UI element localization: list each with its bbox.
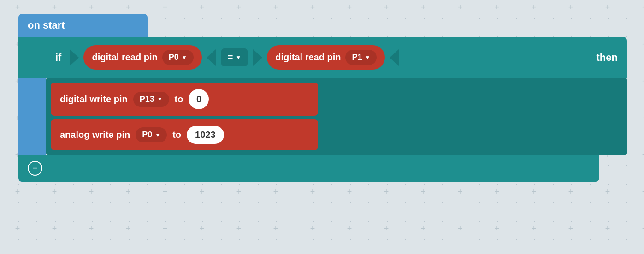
main-teal-container: if digital read pin P0 ▼ = ▼ bbox=[18, 37, 627, 182]
pin-p0-label: P0 bbox=[169, 53, 179, 62]
value-1023-text: 1023 bbox=[195, 130, 216, 140]
then-body: digital write pin P13 ▼ to 0 analog writ… bbox=[46, 78, 627, 155]
svg-marker-2 bbox=[70, 49, 79, 66]
value-0-circle[interactable]: 0 bbox=[189, 89, 209, 109]
pin-p13-label: P13 bbox=[140, 95, 154, 104]
to-label-1: to bbox=[175, 94, 183, 105]
pin-p13-arrow-icon: ▼ bbox=[157, 96, 163, 102]
value-0-text: 0 bbox=[196, 94, 201, 105]
on-start-block[interactable]: on start bbox=[18, 14, 148, 37]
right-notch-left-icon bbox=[207, 49, 216, 66]
pin-p0-dropdown[interactable]: P0 ▼ bbox=[162, 50, 194, 65]
value-1023-pill[interactable]: 1023 bbox=[187, 126, 224, 144]
then-label: then bbox=[597, 52, 618, 64]
analog-write-statement[interactable]: analog write pin P0 ▼ to 1023 bbox=[51, 119, 318, 150]
pin-p1-label: P1 bbox=[352, 53, 362, 62]
digital-read-pin-right-block[interactable]: digital read pin P1 ▼ bbox=[267, 45, 385, 70]
to-label-2: to bbox=[172, 130, 181, 140]
pin-p0-analog-label: P0 bbox=[142, 130, 152, 140]
svg-marker-3 bbox=[207, 49, 216, 66]
digital-read-pin-left-block[interactable]: digital read pin P0 ▼ bbox=[83, 45, 201, 70]
svg-marker-4 bbox=[253, 49, 262, 66]
left-notch-icon bbox=[70, 49, 79, 66]
if-row: if digital read pin P0 ▼ = ▼ bbox=[18, 37, 627, 78]
digital-write-label: digital write pin bbox=[60, 94, 128, 105]
bottom-bar: + bbox=[18, 155, 599, 182]
right-notch-right-icon bbox=[390, 49, 399, 66]
pin-p1-dropdown[interactable]: P1 ▼ bbox=[345, 50, 377, 65]
if-label: if bbox=[28, 52, 61, 64]
svg-marker-5 bbox=[390, 49, 399, 66]
digital-read-label-left: digital read pin bbox=[92, 52, 157, 63]
pin-p0-analog-arrow-icon: ▼ bbox=[155, 132, 160, 138]
pin-p13-dropdown[interactable]: P13 ▼ bbox=[133, 92, 169, 107]
left-notch-right-icon bbox=[253, 49, 262, 66]
equals-block[interactable]: = ▼ bbox=[220, 47, 249, 67]
pin-p0-arrow-icon: ▼ bbox=[182, 54, 187, 61]
pin-p0-analog-dropdown[interactable]: P0 ▼ bbox=[136, 127, 167, 142]
pin-p1-arrow-icon: ▼ bbox=[365, 54, 370, 61]
digital-write-statement[interactable]: digital write pin P13 ▼ to 0 bbox=[51, 83, 318, 116]
add-statement-button[interactable]: + bbox=[28, 161, 42, 176]
on-start-label: on start bbox=[28, 19, 65, 31]
equals-label: = bbox=[228, 52, 233, 63]
equals-arrow-icon: ▼ bbox=[236, 54, 241, 61]
analog-write-label: analog write pin bbox=[60, 130, 130, 140]
digital-read-label-right: digital read pin bbox=[275, 52, 341, 63]
add-icon: + bbox=[32, 163, 38, 174]
